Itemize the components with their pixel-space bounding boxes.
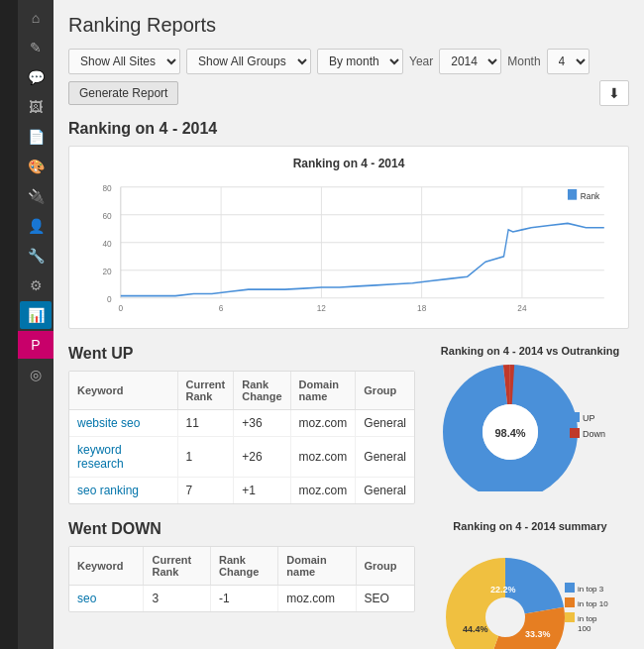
summary-pie-chart: 22.2% 33.3% 44.4% in top 3 in top 10 in …: [431, 538, 609, 649]
svg-text:UP: UP: [583, 413, 595, 423]
svg-text:0: 0: [107, 293, 112, 304]
went-down-content: Went DOWN Keyword CurrentRank RankChange…: [68, 520, 415, 612]
svg-rect-36: [565, 583, 575, 593]
went-down-table-wrap: Keyword CurrentRank RankChange Domainnam…: [68, 546, 415, 612]
col-keyword-up: Keyword: [69, 372, 177, 410]
svg-text:in top 10: in top 10: [578, 599, 608, 608]
col-group-up: Group: [356, 372, 414, 410]
svg-text:44.4%: 44.4%: [463, 624, 488, 634]
chart-title: Ranking on 4 - 2014: [84, 157, 613, 170]
col-rank-change-up: RankChange: [234, 372, 290, 410]
table-row: seo3-1moz.comSEO: [69, 586, 414, 612]
sidebar-icon-ranking[interactable]: 📊: [20, 301, 52, 329]
went-up-title: Went UP: [68, 345, 415, 363]
svg-text:33.3%: 33.3%: [525, 629, 551, 639]
sidebar-icon-plugins[interactable]: 🔌: [20, 182, 52, 210]
went-down-title: Went DOWN: [68, 520, 415, 538]
svg-text:in top 3: in top 3: [578, 585, 604, 594]
table-cell: General: [356, 478, 414, 504]
keyword-link[interactable]: website seo: [69, 410, 177, 437]
sidebar-icon-settings[interactable]: ⚙: [20, 271, 52, 299]
up-pie-chart: 98.4% UP Down: [431, 363, 609, 491]
table-cell: moz.com: [290, 437, 356, 478]
table-cell: -1: [211, 586, 278, 612]
col-current-rank-down: CurrentRank: [144, 547, 211, 586]
keyword-link[interactable]: keyword research: [69, 437, 177, 478]
year-label: Year: [409, 54, 433, 68]
svg-text:18: 18: [417, 302, 426, 313]
by-select[interactable]: By month: [317, 49, 403, 74]
sidebar-icon-tools[interactable]: 🔧: [20, 242, 52, 270]
went-up-content: Went UP Keyword CurrentRank RankChange D…: [68, 345, 415, 504]
svg-rect-20: [568, 189, 577, 200]
sidebar-icons: ⌂ ✎ 💬 🖼 📄 🎨 🔌 👤 🔧 ⚙ 📊 P ◎: [18, 0, 54, 649]
col-group-down: Group: [356, 547, 414, 586]
table-cell: moz.com: [278, 586, 356, 612]
month-select[interactable]: 4: [547, 49, 590, 74]
went-up-table: Keyword CurrentRank RankChange Domainnam…: [69, 372, 414, 503]
main-content: Ranking Reports Show All Sites Show All …: [54, 0, 644, 649]
col-keyword-down: Keyword: [69, 547, 144, 586]
svg-text:6: 6: [219, 302, 224, 313]
table-cell: moz.com: [290, 410, 356, 437]
went-up-table-wrap: Keyword CurrentRank RankChange Domainnam…: [68, 371, 415, 504]
went-up-section: Went UP Keyword CurrentRank RankChange D…: [68, 345, 629, 504]
keyword-link[interactable]: seo ranking: [69, 478, 177, 504]
sidebar-icon-comments[interactable]: 💬: [20, 63, 52, 91]
svg-rect-26: [570, 412, 580, 422]
groups-select[interactable]: Show All Groups: [186, 49, 311, 74]
download-button[interactable]: ⬇: [599, 80, 629, 106]
sidebar-icon-pages[interactable]: 📄: [20, 123, 52, 151]
svg-text:Down: Down: [583, 429, 605, 439]
table-cell: 3: [144, 586, 211, 612]
went-down-section: Went DOWN Keyword CurrentRank RankChange…: [68, 520, 629, 649]
table-row: website seo11+36moz.comGeneral: [69, 410, 414, 437]
svg-text:100: 100: [578, 624, 591, 633]
generate-button[interactable]: Generate Report: [68, 81, 178, 105]
col-current-rank-up: CurrentRank: [177, 372, 234, 410]
sidebar-icon-circle[interactable]: ◎: [20, 361, 52, 388]
col-domain-down: Domainname: [278, 547, 356, 586]
svg-rect-38: [565, 597, 575, 607]
col-rank-change-down: RankChange: [211, 547, 278, 586]
up-pie-title: Ranking on 4 - 2014 vs Outranking: [431, 345, 629, 357]
svg-rect-28: [570, 428, 580, 438]
keyword-link[interactable]: seo: [69, 586, 144, 612]
summary-pie-container: Ranking on 4 - 2014 summary 22.2% 33.3% …: [431, 520, 629, 649]
ranking-section-title: Ranking on 4 - 2014: [68, 120, 629, 138]
table-row: keyword research1+26moz.comGeneral: [69, 437, 414, 478]
table-cell: General: [356, 437, 414, 478]
svg-text:40: 40: [102, 238, 111, 249]
went-down-table: Keyword CurrentRank RankChange Domainnam…: [69, 547, 414, 611]
col-domain-up: Domainname: [290, 372, 356, 410]
year-select[interactable]: 2014: [439, 49, 501, 74]
sidebar-icon-home[interactable]: ⌂: [20, 4, 52, 32]
table-cell: moz.com: [290, 478, 356, 504]
svg-text:Rank: Rank: [581, 190, 600, 201]
svg-text:12: 12: [317, 302, 326, 313]
month-label: Month: [507, 54, 540, 68]
svg-rect-40: [565, 612, 575, 622]
table-cell: +1: [234, 478, 290, 504]
svg-text:in top: in top: [578, 614, 597, 623]
summary-pie-title: Ranking on 4 - 2014 summary: [431, 520, 629, 532]
svg-text:60: 60: [102, 210, 111, 221]
download-icon: ⬇: [608, 85, 620, 101]
sidebar-icon-pink[interactable]: P: [18, 331, 54, 359]
up-pie-container: Ranking on 4 - 2014 vs Outranking 98.4% …: [431, 345, 629, 494]
svg-text:80: 80: [102, 182, 111, 193]
sites-select[interactable]: Show All Sites: [68, 49, 180, 74]
line-chart-container: Ranking on 4 - 2014 80 60 40 20 0 0 6 12: [68, 146, 629, 329]
sidebar-icon-users[interactable]: 👤: [20, 212, 52, 240]
svg-text:24: 24: [517, 302, 526, 313]
svg-text:0: 0: [119, 302, 124, 313]
svg-text:98.4%: 98.4%: [494, 427, 525, 439]
toolbar: Show All Sites Show All Groups By month …: [68, 49, 629, 106]
table-cell: 7: [177, 478, 234, 504]
table-cell: SEO: [356, 586, 414, 612]
sidebar-icon-appearance[interactable]: 🎨: [20, 153, 52, 180]
table-cell: 11: [177, 410, 234, 437]
sidebar-black-strip: [0, 0, 18, 649]
sidebar-icon-edit[interactable]: ✎: [20, 34, 52, 61]
sidebar-icon-media[interactable]: 🖼: [20, 93, 52, 121]
